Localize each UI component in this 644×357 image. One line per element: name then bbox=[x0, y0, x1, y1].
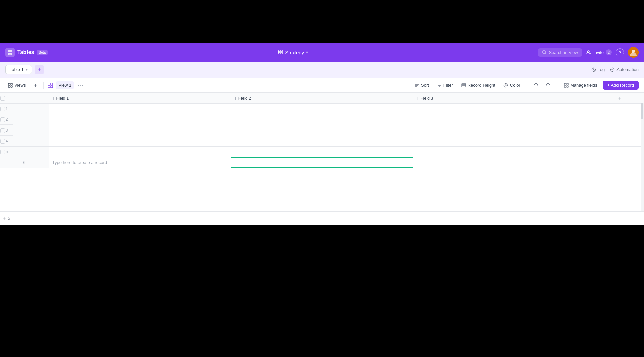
record-height-icon bbox=[461, 83, 466, 88]
row-2-extra bbox=[595, 114, 644, 125]
row-4-checkbox-cell bbox=[0, 136, 49, 147]
row-1-checkbox[interactable] bbox=[0, 107, 5, 111]
add-record-label: + Add Record bbox=[607, 83, 634, 88]
footer-add-button[interactable]: + 5 bbox=[3, 215, 10, 221]
views-button[interactable]: Views bbox=[5, 81, 29, 89]
filter-button[interactable]: Filter bbox=[434, 81, 456, 89]
row-4-field-1[interactable] bbox=[49, 136, 231, 147]
project-icon bbox=[278, 49, 283, 56]
svg-rect-33 bbox=[564, 83, 566, 85]
sort-button[interactable]: Sort bbox=[412, 81, 432, 89]
row-5-field-2[interactable] bbox=[231, 147, 413, 157]
svg-rect-25 bbox=[48, 86, 50, 88]
field-3-type-icon: T bbox=[417, 96, 419, 100]
add-table-button[interactable]: + bbox=[35, 65, 44, 74]
row-3-field-1[interactable] bbox=[49, 125, 231, 136]
color-icon bbox=[503, 83, 508, 88]
manage-fields-icon bbox=[564, 83, 569, 88]
help-button[interactable]: ? bbox=[616, 48, 624, 56]
row-2-checkbox[interactable] bbox=[0, 117, 5, 122]
automation-icon bbox=[610, 67, 615, 72]
row-5-field-3[interactable] bbox=[413, 147, 595, 157]
field-2-type-icon: T bbox=[234, 96, 237, 100]
add-field-button[interactable]: + bbox=[618, 95, 621, 101]
log-icon bbox=[591, 67, 596, 72]
svg-rect-31 bbox=[462, 85, 466, 87]
view-more-button[interactable]: ⋯ bbox=[77, 82, 84, 89]
placeholder-row: 6 Type here to create a record bbox=[0, 157, 644, 168]
placeholder-field-3-cell[interactable] bbox=[413, 157, 595, 168]
field-3-header-content: T Field 3 bbox=[417, 96, 592, 101]
row-5-field-1[interactable] bbox=[49, 147, 231, 157]
row-4-field-3[interactable] bbox=[413, 136, 595, 147]
automation-button[interactable]: Automation bbox=[610, 67, 639, 72]
header-checkbox-col bbox=[0, 93, 49, 104]
row-2-field-3[interactable] bbox=[413, 114, 595, 125]
placeholder-extra bbox=[595, 157, 644, 168]
table-row bbox=[0, 125, 644, 136]
svg-point-14 bbox=[632, 50, 635, 53]
placeholder-text-cell[interactable]: Type here to create a record bbox=[49, 157, 231, 168]
header-right: Search in View Invite 2 ? bbox=[538, 47, 639, 58]
svg-point-10 bbox=[587, 51, 589, 53]
row-5-checkbox[interactable] bbox=[0, 150, 5, 154]
row-4-checkbox[interactable] bbox=[0, 139, 5, 144]
table-grid: T Field 1 T Field 2 T bbox=[0, 93, 644, 211]
svg-rect-20 bbox=[11, 83, 12, 85]
row-3-checkbox[interactable] bbox=[0, 128, 5, 133]
field-1-header[interactable]: T Field 1 bbox=[49, 93, 231, 104]
add-record-button[interactable]: + Add Record bbox=[603, 81, 639, 90]
manage-fields-button[interactable]: Manage fields bbox=[561, 81, 600, 89]
row-2-field-1[interactable] bbox=[49, 114, 231, 125]
color-button[interactable]: Color bbox=[501, 81, 523, 89]
undo-button[interactable] bbox=[531, 81, 541, 90]
log-button[interactable]: Log bbox=[591, 67, 605, 72]
table-row bbox=[0, 104, 644, 114]
invite-button[interactable]: Invite 2 bbox=[586, 49, 612, 55]
field-3-header[interactable]: T Field 3 bbox=[413, 93, 595, 104]
user-avatar[interactable] bbox=[628, 47, 639, 58]
row-5-checkbox-cell bbox=[0, 147, 49, 157]
black-top-bar bbox=[0, 0, 644, 43]
sort-icon bbox=[415, 83, 419, 88]
redo-button[interactable] bbox=[543, 81, 553, 90]
select-all-checkbox[interactable] bbox=[0, 96, 5, 101]
svg-rect-21 bbox=[8, 86, 10, 87]
row-1-field-1[interactable] bbox=[49, 104, 231, 114]
row-3-checkbox-cell bbox=[0, 125, 49, 136]
header-logo: Tables Beta bbox=[5, 48, 48, 57]
field-2-header[interactable]: T Field 2 bbox=[231, 93, 413, 104]
manage-fields-label: Manage fields bbox=[570, 83, 597, 88]
search-bar[interactable]: Search in View bbox=[538, 48, 582, 57]
placeholder-field-2-cell[interactable] bbox=[231, 157, 413, 168]
row-2-field-2[interactable] bbox=[231, 114, 413, 125]
tabs-right-actions: Log Automation bbox=[591, 67, 639, 72]
add-view-button[interactable]: + bbox=[31, 81, 39, 89]
log-label: Log bbox=[598, 67, 605, 72]
toolbar-divider-3 bbox=[557, 82, 557, 89]
project-strategy-button[interactable]: Strategy ▾ bbox=[278, 49, 308, 56]
add-field-header[interactable]: + bbox=[595, 93, 644, 104]
field-1-type-icon: T bbox=[52, 96, 55, 100]
table-1-tab[interactable]: Table 1 ▾ bbox=[5, 65, 32, 74]
project-dropdown-icon: ▾ bbox=[306, 50, 308, 55]
invite-label: Invite bbox=[593, 50, 604, 55]
row-1-field-2[interactable] bbox=[231, 104, 413, 114]
data-table: T Field 1 T Field 2 T bbox=[0, 93, 644, 168]
view-1-tab[interactable]: View 1 bbox=[56, 81, 74, 89]
placeholder-checkbox-cell: 6 bbox=[0, 157, 49, 168]
help-icon: ? bbox=[619, 50, 621, 55]
row-4-field-2[interactable] bbox=[231, 136, 413, 147]
row-3-field-3[interactable] bbox=[413, 125, 595, 136]
row-1-extra bbox=[595, 104, 644, 114]
svg-rect-4 bbox=[278, 50, 280, 52]
view-1-label: View 1 bbox=[58, 83, 71, 88]
row-1-field-3[interactable] bbox=[413, 104, 595, 114]
record-height-button[interactable]: Record Height bbox=[459, 81, 498, 89]
header-center: Strategy ▾ bbox=[52, 49, 534, 56]
svg-rect-7 bbox=[281, 52, 282, 54]
row-3-field-2[interactable] bbox=[231, 125, 413, 136]
field-2-header-content: T Field 2 bbox=[234, 96, 410, 101]
row-1-checkbox-cell bbox=[0, 104, 49, 114]
table-row bbox=[0, 136, 644, 147]
